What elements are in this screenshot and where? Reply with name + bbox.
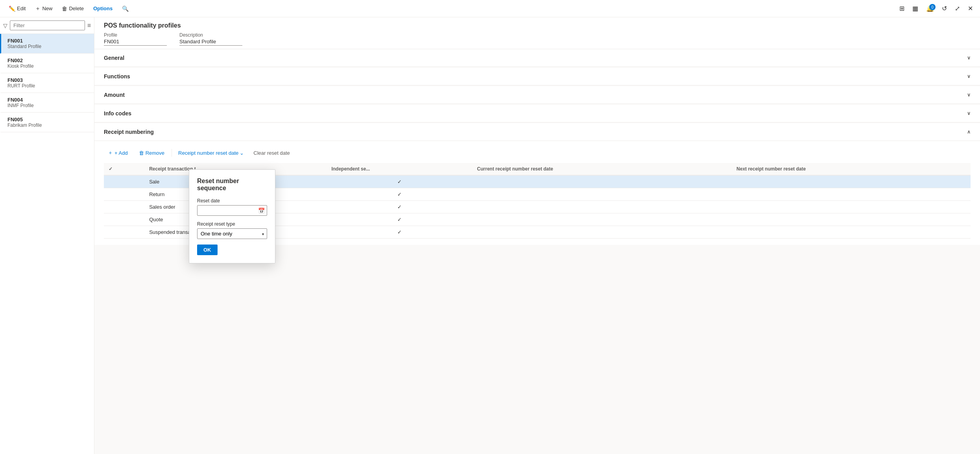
dialog-actions: OK — [197, 245, 267, 255]
reset-date-input-wrap: 📅 — [197, 205, 267, 216]
calendar-icon[interactable]: 📅 — [258, 208, 265, 214]
receipt-reset-type-select[interactable]: One time onlyPeriodic — [197, 228, 267, 239]
dialog-title: Reset number sequence — [197, 178, 267, 192]
receipt-reset-type-field: Receipt reset type One time onlyPeriodic… — [197, 221, 267, 239]
reset-date-input[interactable] — [197, 205, 267, 216]
receipt-reset-type-select-wrap: One time onlyPeriodic ▾ — [197, 228, 267, 239]
receipt-reset-type-label: Receipt reset type — [197, 221, 267, 227]
reset-sequence-dialog: Reset number sequence Reset date 📅 Recei… — [189, 169, 275, 263]
reset-date-field-label: Reset date — [197, 198, 267, 204]
ok-button[interactable]: OK — [197, 245, 218, 255]
dialog-overlay: Reset number sequence Reset date 📅 Recei… — [0, 0, 980, 454]
reset-date-field: Reset date 📅 — [197, 198, 267, 216]
